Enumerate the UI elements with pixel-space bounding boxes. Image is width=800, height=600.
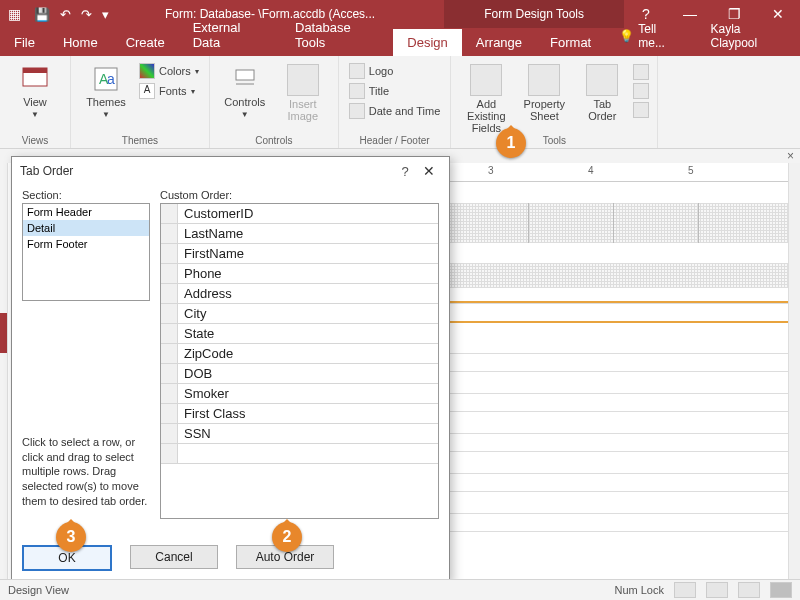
chevron-down-icon: ▼ xyxy=(102,110,110,119)
dialog-close-icon[interactable]: ✕ xyxy=(417,163,441,179)
view-button[interactable]: View▼ xyxy=(8,60,62,119)
row-selector[interactable] xyxy=(161,264,178,283)
order-row: City xyxy=(161,304,438,324)
textbox-control-1[interactable] xyxy=(448,303,789,322)
title-icon xyxy=(349,83,365,99)
property-sheet-button[interactable]: Property Sheet xyxy=(517,60,571,122)
save-icon[interactable]: 💾 xyxy=(34,7,50,22)
section-item-form-header[interactable]: Form Header xyxy=(23,204,149,220)
tool-extra-3-icon[interactable] xyxy=(633,102,649,118)
row-selector[interactable] xyxy=(161,284,178,303)
view-design-icon[interactable] xyxy=(770,582,792,598)
tab-format[interactable]: Format xyxy=(536,29,605,56)
title-button[interactable]: Title xyxy=(347,82,443,100)
tool-extra-2-icon[interactable] xyxy=(633,83,649,99)
insert-image-button[interactable]: Insert Image xyxy=(276,60,330,122)
section-label: Section: xyxy=(22,189,150,201)
pane-close-icon[interactable]: × xyxy=(787,149,794,163)
textbox-control-3[interactable] xyxy=(448,393,789,412)
themes-icon: Aa xyxy=(91,64,121,94)
fields-icon xyxy=(470,64,502,96)
textbox-control-5[interactable] xyxy=(448,473,789,492)
row-selector[interactable] xyxy=(161,224,178,243)
row-selector[interactable] xyxy=(161,364,178,383)
dialog-help-icon[interactable]: ? xyxy=(393,164,417,179)
nav-pane-collapsed[interactable] xyxy=(0,163,8,580)
ribbon-tabs: File Home Create External Data Database … xyxy=(0,28,800,56)
tab-order-button[interactable]: Tab Order xyxy=(575,60,629,122)
qat-more-icon[interactable]: ▾ xyxy=(102,7,109,22)
bulb-icon: 💡 xyxy=(619,29,634,43)
colors-icon xyxy=(139,63,155,79)
custom-order-list[interactable]: CustomerID LastName FirstName Phone Addr… xyxy=(160,203,439,519)
app-icon: ▦ xyxy=(0,6,28,22)
order-row: SSN xyxy=(161,424,438,444)
order-row: DOB xyxy=(161,364,438,384)
header-column-guides xyxy=(448,203,789,243)
group-controls: Controls▼ Insert Image Controls xyxy=(210,56,339,148)
row-selector[interactable] xyxy=(161,444,178,463)
context-tab-label: Form Design Tools xyxy=(444,0,624,28)
order-row: ZipCode xyxy=(161,344,438,364)
view-form-icon[interactable] xyxy=(674,582,696,598)
fonts-button[interactable]: AFonts ▾ xyxy=(137,82,201,100)
section-listbox[interactable]: Form Header Detail Form Footer xyxy=(22,203,150,301)
order-row: Phone xyxy=(161,264,438,284)
row-selector[interactable] xyxy=(161,344,178,363)
undo-icon[interactable]: ↶ xyxy=(60,7,71,22)
row-selector[interactable] xyxy=(161,424,178,443)
ribbon: View▼ Views Aa Themes▼ Colors ▾ AFonts ▾… xyxy=(0,56,800,149)
tab-external-data[interactable]: External Data xyxy=(179,14,281,56)
status-bar: Design View Num Lock xyxy=(0,579,800,600)
detail-section[interactable] xyxy=(448,263,789,288)
vertical-scrollbar[interactable] xyxy=(788,163,800,580)
order-row: Smoker xyxy=(161,384,438,404)
logo-button[interactable]: Logo xyxy=(347,62,443,80)
property-icon xyxy=(528,64,560,96)
custom-order-label: Custom Order: xyxy=(160,189,439,201)
dialog-title: Tab Order xyxy=(20,164,73,178)
row-selector[interactable] xyxy=(161,244,178,263)
textbox-control-4[interactable] xyxy=(448,433,789,452)
status-numlock: Num Lock xyxy=(614,584,664,596)
row-selector[interactable] xyxy=(161,304,178,323)
logo-icon xyxy=(349,63,365,79)
date-time-button[interactable]: Date and Time xyxy=(347,102,443,120)
view-layout-icon[interactable] xyxy=(738,582,760,598)
controls-button[interactable]: Controls▼ xyxy=(218,60,272,122)
order-row: First Class xyxy=(161,404,438,424)
section-item-detail[interactable]: Detail xyxy=(23,220,149,236)
colors-button[interactable]: Colors ▾ xyxy=(137,62,201,80)
row-selector[interactable] xyxy=(161,384,178,403)
tab-database-tools[interactable]: Database Tools xyxy=(281,14,393,56)
order-row: LastName xyxy=(161,224,438,244)
svg-rect-5 xyxy=(236,70,254,80)
tab-create[interactable]: Create xyxy=(112,29,179,56)
view-datasheet-icon[interactable] xyxy=(706,582,728,598)
tab-design[interactable]: Design xyxy=(393,29,461,56)
group-tools: Add Existing Fields Property Sheet Tab O… xyxy=(451,56,658,148)
status-view-mode: Design View xyxy=(8,584,69,596)
tell-me[interactable]: 💡Tell me... xyxy=(605,16,696,56)
row-selector[interactable] xyxy=(161,324,178,343)
redo-icon[interactable]: ↷ xyxy=(81,7,92,22)
dialog-hint-text: Click to select a row, or click and drag… xyxy=(22,435,150,509)
chevron-down-icon: ▼ xyxy=(31,110,39,119)
cancel-button[interactable]: Cancel xyxy=(130,545,218,569)
user-name[interactable]: Kayla Claypool xyxy=(696,16,800,56)
tab-home[interactable]: Home xyxy=(49,29,112,56)
section-item-form-footer[interactable]: Form Footer xyxy=(23,236,149,252)
tab-arrange[interactable]: Arrange xyxy=(462,29,536,56)
calendar-icon xyxy=(349,103,365,119)
themes-button[interactable]: Aa Themes▼ xyxy=(79,60,133,119)
tool-extra-1-icon[interactable] xyxy=(633,64,649,80)
tab-file[interactable]: File xyxy=(0,29,49,56)
svg-rect-1 xyxy=(23,68,47,73)
image-icon xyxy=(287,64,319,96)
dialog-titlebar[interactable]: Tab Order ? ✕ xyxy=(12,157,449,185)
row-selector[interactable] xyxy=(161,404,178,423)
textbox-control-6[interactable] xyxy=(448,513,789,532)
textbox-control-2[interactable] xyxy=(448,353,789,372)
order-row-empty xyxy=(161,444,438,464)
row-selector[interactable] xyxy=(161,204,178,223)
